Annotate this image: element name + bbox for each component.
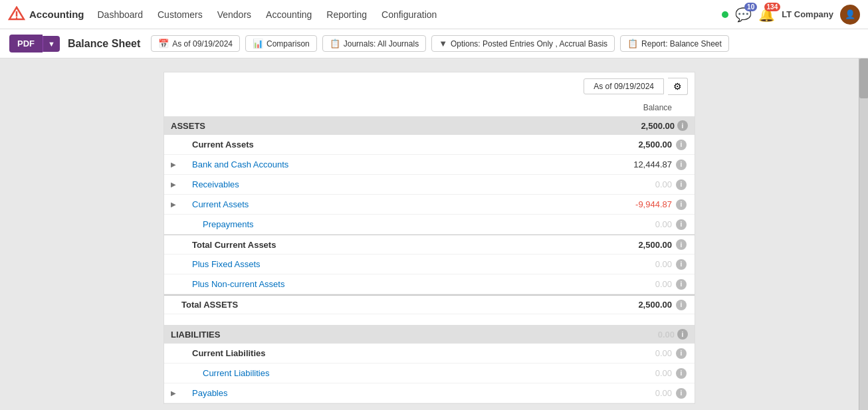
report-area: As of 09/19/2024 ⚙ Balance ASSETS 2,500.… xyxy=(0,58,859,410)
fixed-assets-row: Plus Fixed Assets 0.00 i xyxy=(164,255,695,274)
scrollbar-thumb[interactable] xyxy=(859,58,868,98)
pdf-button[interactable]: PDF xyxy=(9,35,43,52)
journals-filter-label: Journals: All Journals xyxy=(344,39,419,49)
total-current-assets-amount: 2,500.00 xyxy=(599,240,672,250)
receivables-label[interactable]: Receivables xyxy=(181,179,599,189)
journal-icon: 📋 xyxy=(330,39,340,49)
current-assets-sub-chevron[interactable]: ▶ xyxy=(171,201,180,208)
total-assets-amount: 2,500.00 xyxy=(599,300,672,310)
nav-configuration[interactable]: Configuration xyxy=(375,5,443,24)
prepayments-amount: 0.00 xyxy=(599,219,672,229)
assets-section-header: ASSETS 2,500.00 i xyxy=(164,116,695,135)
total-current-assets-label: Total Current Assets xyxy=(181,240,599,250)
bank-cash-row: ▶ Bank and Cash Accounts 12,444.87 i xyxy=(164,155,695,175)
liabilities-info-icon[interactable]: i xyxy=(677,329,688,340)
pdf-button-group: PDF ▼ xyxy=(9,35,60,52)
nav-accounting[interactable]: Accounting xyxy=(259,5,318,24)
app-logo[interactable]: Accounting xyxy=(8,6,84,23)
bank-cash-chevron[interactable]: ▶ xyxy=(171,161,180,168)
notification-count: 134 xyxy=(764,3,781,11)
receivables-amount: 0.00 xyxy=(599,179,672,189)
current-liabilities-sub-amount: 0.00 xyxy=(599,368,672,378)
assets-info-icon[interactable]: i xyxy=(677,120,688,131)
journals-filter[interactable]: 📋 Journals: All Journals xyxy=(322,35,426,52)
receivables-info[interactable]: i xyxy=(676,179,687,190)
nav-reporting[interactable]: Reporting xyxy=(320,5,374,24)
prepayments-info[interactable]: i xyxy=(676,219,687,230)
app-title: Accounting xyxy=(29,9,84,20)
current-assets-amount: 2,500.00 xyxy=(599,140,672,150)
non-current-assets-amount: 0.00 xyxy=(599,279,672,289)
report-filter-label: Report: Balance Sheet xyxy=(641,39,722,49)
comparison-filter[interactable]: 📊 Comparison xyxy=(245,35,317,52)
options-filter-label: Options: Posted Entries Only , Accrual B… xyxy=(451,39,607,49)
current-assets-sub-amount: -9,944.87 xyxy=(599,199,672,209)
options-filter[interactable]: ▼ Options: Posted Entries Only , Accrual… xyxy=(431,35,615,52)
fixed-assets-label[interactable]: Plus Fixed Assets xyxy=(181,259,599,269)
payables-info[interactable]: i xyxy=(676,388,687,399)
bank-cash-info[interactable]: i xyxy=(676,159,687,170)
current-liabilities-sub-label[interactable]: Current Liabilities xyxy=(181,368,599,378)
assets-label: ASSETS xyxy=(171,121,205,131)
payables-label[interactable]: Payables xyxy=(181,388,599,398)
calendar-icon: 📅 xyxy=(158,39,169,49)
column-headers: Balance xyxy=(164,100,695,116)
current-liabilities-info[interactable]: i xyxy=(676,348,687,359)
liabilities-section-header: LIABILITIES 0.00 i xyxy=(164,325,695,344)
report-container: As of 09/19/2024 ⚙ Balance ASSETS 2,500.… xyxy=(163,72,695,404)
current-assets-sub-label[interactable]: Current Assets xyxy=(181,199,599,209)
main-content: As of 09/19/2024 ⚙ Balance ASSETS 2,500.… xyxy=(0,58,868,410)
fixed-assets-info[interactable]: i xyxy=(676,259,687,270)
fixed-assets-amount: 0.00 xyxy=(599,259,672,269)
total-ca-info[interactable]: i xyxy=(676,239,687,250)
toolbar: PDF ▼ Balance Sheet 📅 As of 09/19/2024 📊… xyxy=(0,29,868,58)
current-assets-header-row: Current Assets 2,500.00 i xyxy=(164,135,695,155)
current-assets-info[interactable]: i xyxy=(676,140,687,150)
current-assets-sub-row: ▶ Current Assets -9,944.87 i xyxy=(164,195,695,215)
topnav-right: 💬 10 🔔 134 LT Company 👤 xyxy=(722,5,860,25)
spacer xyxy=(164,314,695,325)
date-filter[interactable]: 📅 As of 09/19/2024 xyxy=(151,35,240,52)
logo-icon xyxy=(8,6,25,23)
report-filter[interactable]: 📋 Report: Balance Sheet xyxy=(620,35,729,52)
comparison-filter-label: Comparison xyxy=(267,39,310,49)
svg-point-2 xyxy=(16,17,17,18)
status-dot xyxy=(722,11,728,18)
chart-icon: 📊 xyxy=(253,39,263,49)
chat-badge[interactable]: 💬 10 xyxy=(735,7,752,23)
total-current-assets-row: Total Current Assets 2,500.00 i xyxy=(164,235,695,255)
user-avatar[interactable]: 👤 xyxy=(840,5,860,25)
report-settings-button[interactable]: ⚙ xyxy=(668,78,688,95)
non-current-assets-label[interactable]: Plus Non-current Assets xyxy=(181,279,599,289)
chat-count: 10 xyxy=(744,3,757,11)
total-assets-label: Total ASSETS xyxy=(181,300,599,310)
nav-vendors[interactable]: Vendors xyxy=(211,5,258,24)
report-icon: 📋 xyxy=(627,39,638,49)
current-assets-sub-info[interactable]: i xyxy=(676,199,687,210)
pdf-dropdown-arrow[interactable]: ▼ xyxy=(43,36,60,52)
top-navigation: Accounting Dashboard Customers Vendors A… xyxy=(0,0,868,29)
report-header-row: As of 09/19/2024 ⚙ xyxy=(164,72,695,100)
cl-sub-info[interactable]: i xyxy=(676,368,687,379)
current-liabilities-amount: 0.00 xyxy=(599,348,672,358)
non-current-assets-row: Plus Non-current Assets 0.00 i xyxy=(164,274,695,294)
nav-customers[interactable]: Customers xyxy=(151,5,209,24)
bank-cash-label[interactable]: Bank and Cash Accounts xyxy=(181,159,599,169)
receivables-chevron[interactable]: ▶ xyxy=(171,181,180,188)
total-assets-row: Total ASSETS 2,500.00 i xyxy=(164,294,695,314)
total-assets-info[interactable]: i xyxy=(676,300,687,310)
prepayments-row: Prepayments 0.00 i xyxy=(164,215,695,235)
vertical-scrollbar[interactable] xyxy=(859,58,868,410)
payables-chevron[interactable]: ▶ xyxy=(171,389,180,397)
non-current-info[interactable]: i xyxy=(676,279,687,290)
prepayments-label[interactable]: Prepayments xyxy=(181,219,599,229)
page-title: Balance Sheet xyxy=(68,38,140,50)
current-liabilities-label: Current Liabilities xyxy=(181,348,599,358)
current-liabilities-header-row: Current Liabilities 0.00 i xyxy=(164,344,695,363)
nav-dashboard[interactable]: Dashboard xyxy=(91,5,150,24)
liabilities-total-amount: 0.00 xyxy=(658,330,675,340)
notification-badge[interactable]: 🔔 134 xyxy=(758,7,775,23)
liabilities-label: LIABILITIES xyxy=(171,330,220,340)
current-assets-label: Current Assets xyxy=(181,140,599,150)
payables-amount: 0.00 xyxy=(599,388,672,398)
